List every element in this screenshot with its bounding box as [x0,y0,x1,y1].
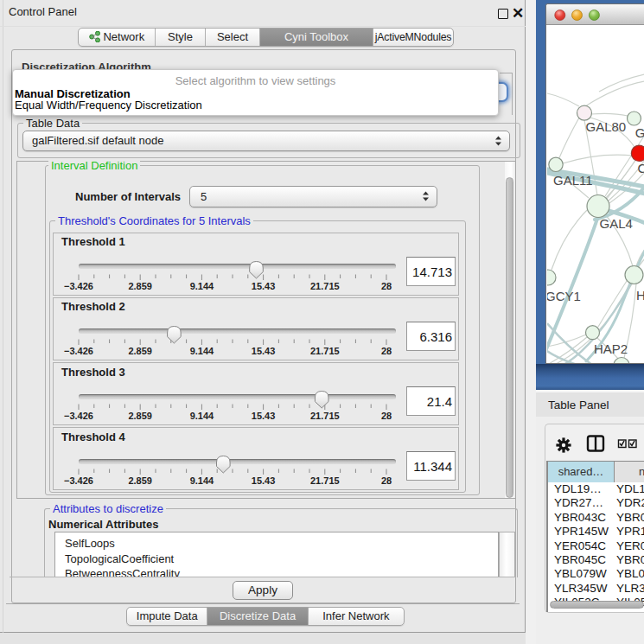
svg-text:C: C [638,161,644,175]
svg-text:28: 28 [381,280,392,290]
svg-text:9.144: 9.144 [190,411,214,421]
svg-text:28: 28 [381,345,392,355]
svg-text:2.859: 2.859 [128,475,152,486]
svg-text:9.144: 9.144 [190,345,214,355]
svg-text:2.859: 2.859 [128,411,152,421]
svg-text:15.43: 15.43 [252,411,276,421]
svg-text:15.43: 15.43 [252,345,276,355]
svg-text:28: 28 [381,411,392,421]
svg-text:−3.426: −3.426 [64,411,93,421]
svg-text:15.43: 15.43 [252,280,276,290]
svg-text:21.715: 21.715 [310,345,340,355]
svg-text:21.715: 21.715 [310,280,340,290]
svg-text:21.715: 21.715 [310,411,340,421]
svg-text:GCY1: GCY1 [547,289,581,303]
svg-text:−3.426: −3.426 [64,280,93,290]
svg-text:G.: G. [635,125,644,140]
svg-text:−3.426: −3.426 [64,345,93,355]
svg-text:28: 28 [381,475,392,486]
svg-text:GAL4: GAL4 [600,216,633,231]
svg-text:−3.426: −3.426 [64,475,93,486]
svg-text:H: H [636,288,644,303]
svg-text:GAL11: GAL11 [553,173,593,188]
svg-text:9.144: 9.144 [190,475,214,486]
svg-text:9.144: 9.144 [190,280,214,290]
svg-text:2.859: 2.859 [128,345,152,355]
svg-text:2.859: 2.859 [128,280,152,290]
svg-text:21.715: 21.715 [310,475,340,486]
svg-text:GAL80: GAL80 [586,119,627,134]
svg-text:HAP2: HAP2 [594,341,628,356]
svg-text:15.43: 15.43 [252,475,276,486]
